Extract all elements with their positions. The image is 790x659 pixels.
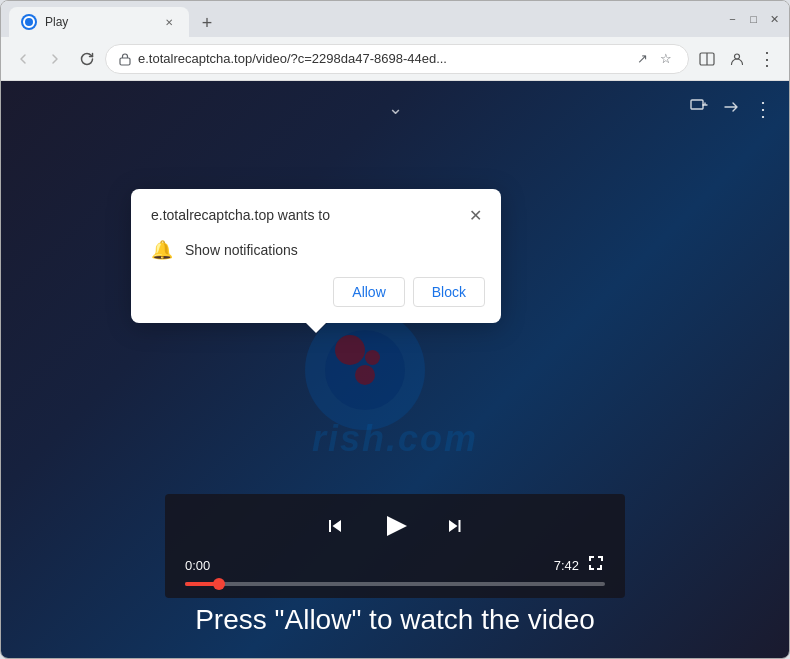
total-time: 7:42	[554, 558, 579, 573]
video-player: 0:007:42	[165, 494, 625, 598]
allow-button[interactable]: Allow	[333, 277, 404, 307]
prev-button[interactable]	[323, 514, 347, 538]
popup-title: e.totalrecaptcha.top wants to	[151, 207, 330, 223]
maximize-button[interactable]: □	[747, 13, 760, 26]
navigation-bar: e.totalrecaptcha.top/video/?c=2298da47-8…	[1, 37, 789, 81]
block-button[interactable]: Block	[413, 277, 485, 307]
window-controls: − □ ✕	[726, 13, 781, 26]
lock-icon	[118, 52, 132, 66]
video-download-arrow-icon[interactable]: ⌄	[388, 97, 403, 119]
svg-rect-4	[691, 100, 703, 109]
press-allow-text: Press "Allow" to watch the video	[1, 604, 789, 636]
popup-close-button[interactable]: ✕	[465, 205, 485, 225]
player-time-row: 0:007:42	[185, 554, 605, 576]
svg-point-3	[735, 54, 740, 59]
popup-header: e.totalrecaptcha.top wants to ✕	[131, 189, 501, 233]
forward-button[interactable]	[41, 45, 69, 73]
popup-item-text: Show notifications	[185, 242, 298, 258]
title-bar: Play ✕ + − □ ✕	[1, 1, 789, 37]
progress-fill	[185, 582, 219, 586]
current-time: 0:00	[185, 558, 210, 573]
tab-title: Play	[45, 15, 153, 29]
watermark: rish.com	[305, 310, 485, 430]
tab-favicon-icon	[21, 14, 37, 30]
share-address-icon[interactable]: ↗	[632, 49, 652, 69]
next-button[interactable]	[443, 514, 467, 538]
popup-arrow	[306, 323, 326, 333]
progress-thumb	[213, 578, 225, 590]
menu-button[interactable]: ⋮	[753, 45, 781, 73]
back-button[interactable]	[9, 45, 37, 73]
popup-notification-item: 🔔 Show notifications	[131, 233, 501, 273]
nav-extra-controls: ⋮	[693, 45, 781, 73]
bell-icon: 🔔	[151, 239, 173, 261]
video-top-controls: ⋮	[689, 97, 773, 122]
permission-popup: e.totalrecaptcha.top wants to ✕ 🔔 Show n…	[131, 189, 501, 323]
progress-bar[interactable]	[185, 582, 605, 586]
split-screen-button[interactable]	[693, 45, 721, 73]
video-background: rish.com ⌄ ⋮	[1, 81, 789, 658]
watermark-text: rish.com	[245, 418, 545, 460]
active-tab[interactable]: Play ✕	[9, 7, 189, 37]
fullscreen-button[interactable]	[587, 554, 605, 576]
content-area: rish.com ⌄ ⋮	[1, 81, 789, 658]
player-controls	[185, 510, 605, 542]
svg-rect-0	[120, 58, 130, 65]
play-button[interactable]	[379, 510, 411, 542]
tab-strip: Play ✕ +	[9, 1, 718, 37]
address-actions: ↗ ☆	[632, 49, 676, 69]
tab-close-button[interactable]: ✕	[161, 14, 177, 30]
address-bar[interactable]: e.totalrecaptcha.top/video/?c=2298da47-8…	[105, 44, 689, 74]
close-button[interactable]: ✕	[768, 13, 781, 26]
video-more-icon[interactable]: ⋮	[753, 97, 773, 122]
address-text: e.totalrecaptcha.top/video/?c=2298da47-8…	[138, 51, 626, 66]
refresh-button[interactable]	[73, 45, 101, 73]
video-share-icon[interactable]	[721, 97, 741, 122]
watermark-logo	[305, 310, 485, 430]
account-button[interactable]	[723, 45, 751, 73]
new-tab-button[interactable]: +	[193, 9, 221, 37]
minimize-button[interactable]: −	[726, 13, 739, 26]
bookmark-icon[interactable]: ☆	[656, 49, 676, 69]
popup-actions: Allow Block	[131, 273, 501, 323]
browser-window: Play ✕ + − □ ✕ e.totalrecaptcha.top/vide…	[0, 0, 790, 659]
video-cast-icon[interactable]	[689, 97, 709, 122]
